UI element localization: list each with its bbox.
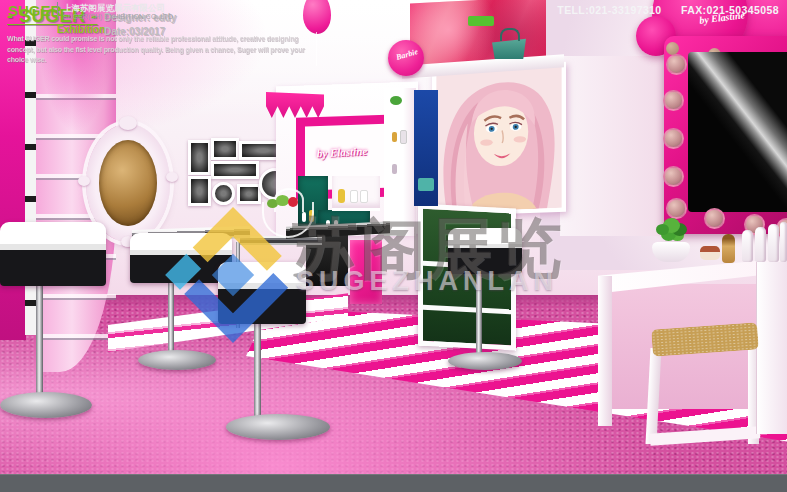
frame-right-ornament <box>166 172 178 182</box>
poster-green-label <box>468 16 494 26</box>
company-name-en: SUGER(SH) EXHIBITION CO.,LTD <box>63 13 173 20</box>
bar-stool-seat <box>0 222 106 286</box>
vanity-mirror-glass <box>688 52 787 212</box>
desk-drawers <box>756 262 787 434</box>
mirror-bulb <box>663 90 684 111</box>
desk-left-panel <box>598 276 612 426</box>
watermark-diamond-logo <box>158 200 308 350</box>
perfume-bottle-white <box>768 224 779 262</box>
footer-contacts: TELL:021-33197310 FAX:021-50345058 <box>557 4 779 16</box>
description-line: What SUGER could promise is not only the… <box>7 34 324 45</box>
footer-divider <box>57 2 58 17</box>
gallery-frame <box>211 138 239 160</box>
footer-bar <box>0 474 787 492</box>
fax-number: FAX:021-50345058 <box>681 4 779 16</box>
gallery-frame <box>188 140 211 175</box>
mirror-bulb <box>704 208 725 229</box>
watermark-en-text: SUGEZHANLAN <box>296 266 558 297</box>
handbag-handle <box>500 28 520 41</box>
bar-stool-pole <box>36 286 43 396</box>
teal-gift-box <box>418 178 434 191</box>
cosmetic-jar <box>700 246 720 260</box>
description-line: choice wise. <box>7 55 324 66</box>
perfume-bottle-white <box>780 222 787 262</box>
frame-left-ornament <box>78 176 90 186</box>
footer-logo: SUGER <box>8 2 61 19</box>
mirror-bulb <box>663 166 684 187</box>
succulent-plant <box>656 224 669 235</box>
company-description: What SUGER could promise is not only the… <box>7 34 324 66</box>
bar-stool-base <box>138 350 216 370</box>
mirror-bulb <box>663 128 684 149</box>
frame-crown-ornament <box>119 116 137 130</box>
bar-stool-base <box>448 352 522 370</box>
model-poster-box <box>432 62 566 217</box>
mirror-bulb <box>666 198 687 219</box>
gallery-frame <box>211 161 259 179</box>
perfume-bottle-white <box>755 227 766 262</box>
perfume-bottle-gold <box>722 234 735 263</box>
description-line: concept, but also the fist level product… <box>7 45 324 56</box>
perfume-bottle-white <box>742 230 753 262</box>
ornate-frame-portrait <box>99 140 157 226</box>
tel-number: TELL:021-33197310 <box>557 4 661 16</box>
pink-balloon <box>303 0 331 34</box>
model-poster-art <box>436 66 562 212</box>
exhibition-render: by Elastine Barbie <box>0 0 787 492</box>
bar-stool-base <box>0 392 92 418</box>
mirror-bulb <box>666 54 687 75</box>
bar-stool-base <box>226 414 330 440</box>
wall-cabinets <box>560 56 668 236</box>
